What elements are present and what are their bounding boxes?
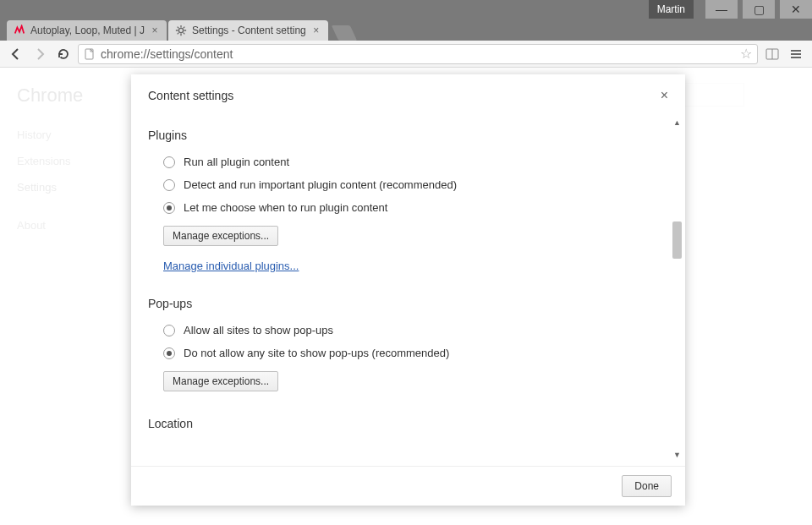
- tab-title: Settings - Content setting: [192, 25, 306, 36]
- popups-manage-exceptions-button[interactable]: Manage exceptions...: [163, 371, 278, 391]
- radio-label: Detect and run important plugin content …: [184, 178, 457, 191]
- svg-line-7: [178, 33, 179, 35]
- back-button[interactable]: [7, 45, 25, 63]
- svg-line-8: [184, 27, 185, 29]
- dialog-close-button[interactable]: ×: [661, 88, 668, 103]
- browser-tab-1[interactable]: Settings - Content setting ×: [168, 20, 328, 41]
- plugins-option-0[interactable]: Run all plugin content: [148, 150, 660, 173]
- tab-close-icon[interactable]: ×: [311, 25, 321, 36]
- radio-icon: [163, 156, 175, 168]
- dialog-body: Plugins Run all plugin content Detect an…: [131, 112, 685, 466]
- dialog-header: Content settings ×: [131, 74, 685, 112]
- tab-close-icon[interactable]: ×: [150, 25, 160, 36]
- panel-toggle-icon[interactable]: [763, 45, 782, 63]
- dialog-footer: Done: [131, 466, 685, 506]
- favicon-icon: [14, 25, 25, 36]
- menu-button[interactable]: [787, 45, 805, 63]
- section-title-popups: Pop-ups: [148, 297, 660, 310]
- scroll-thumb[interactable]: [672, 221, 682, 259]
- radio-label: Run all plugin content: [184, 156, 289, 168]
- svg-point-0: [178, 28, 183, 32]
- bookmark-star-icon[interactable]: ☆: [740, 46, 752, 62]
- window-titlebar: Martin — ▢ ✕: [0, 0, 812, 19]
- content-settings-dialog: Content settings × Plugins Run all plugi…: [131, 74, 685, 506]
- tab-strip: Autoplay, Loop, Muted | J × Settings - C…: [0, 19, 812, 41]
- section-title-location: Location: [148, 417, 660, 430]
- address-bar[interactable]: chrome://settings/content ☆: [78, 44, 758, 64]
- popups-option-0[interactable]: Allow all sites to show pop-ups: [148, 319, 660, 342]
- url-text: chrome://settings/content: [101, 47, 233, 61]
- scroll-up-icon[interactable]: ▲: [671, 117, 683, 129]
- scroll-down-icon[interactable]: ▼: [671, 449, 683, 461]
- svg-line-5: [178, 27, 179, 29]
- radio-label: Allow all sites to show pop-ups: [184, 324, 333, 336]
- gear-icon: [175, 25, 187, 36]
- svg-line-6: [184, 33, 185, 35]
- browser-tab-0[interactable]: Autoplay, Loop, Muted | J ×: [7, 20, 167, 41]
- dialog-scrollbar[interactable]: ▲ ▼: [671, 117, 683, 461]
- page-icon: [84, 48, 96, 60]
- tab-title: Autoplay, Loop, Muted | J: [30, 25, 145, 36]
- plugins-manage-exceptions-button[interactable]: Manage exceptions...: [163, 226, 278, 246]
- radio-label: Let me choose when to run plugin content: [184, 201, 387, 214]
- radio-label: Do not allow any site to show pop-ups (r…: [184, 347, 449, 359]
- window-close-button[interactable]: ✕: [780, 0, 812, 19]
- forward-button[interactable]: [30, 45, 49, 63]
- done-button[interactable]: Done: [622, 475, 672, 497]
- scroll-track[interactable]: [671, 129, 683, 449]
- section-title-plugins: Plugins: [148, 129, 660, 142]
- radio-icon: [163, 179, 175, 191]
- window-minimize-button[interactable]: —: [705, 0, 738, 19]
- popups-option-1[interactable]: Do not allow any site to show pop-ups (r…: [148, 342, 660, 364]
- manage-individual-plugins-link[interactable]: Manage individual plugins...: [163, 260, 299, 272]
- radio-icon: [163, 347, 175, 359]
- plugins-option-2[interactable]: Let me choose when to run plugin content: [148, 196, 660, 219]
- new-tab-button[interactable]: [332, 25, 357, 41]
- reload-button[interactable]: [54, 45, 73, 63]
- dialog-title: Content settings: [148, 89, 233, 102]
- radio-icon: [163, 202, 175, 214]
- radio-icon: [163, 325, 175, 336]
- window-maximize-button[interactable]: ▢: [743, 0, 775, 19]
- plugins-option-1[interactable]: Detect and run important plugin content …: [148, 173, 660, 196]
- browser-toolbar: chrome://settings/content ☆: [0, 41, 812, 68]
- user-badge[interactable]: Martin: [649, 0, 694, 19]
